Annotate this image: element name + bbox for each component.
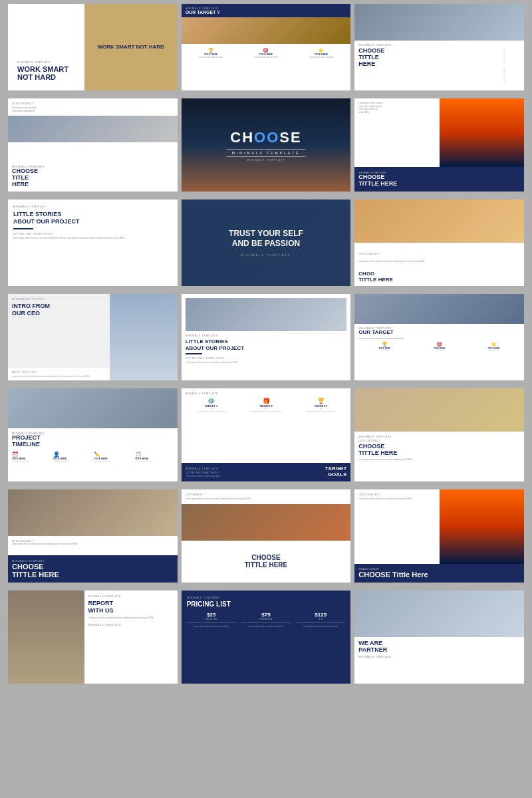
slide-work-smart: WORK SMART NOT HARD MINIMALS TEMPLATE WO… bbox=[8, 4, 178, 90]
slide-choose-big: CHOOSE MINIMALS TEMPLATE MINIMALS TEMPLA… bbox=[182, 98, 351, 192]
price1-amount: $25 bbox=[187, 612, 236, 618]
choose-woman-choose-label: LETS CHOOSE ? bbox=[358, 439, 520, 442]
slide-project-timeline: MINIMALS TEMPLATE PROJECTTIMELINE ⏰ TITL… bbox=[8, 388, 178, 481]
choose-middle-body: Lorem ipsum dolor sit amet consectetur a… bbox=[186, 497, 347, 501]
choose-lets-label: LETS CHOOSE ? bbox=[354, 243, 524, 260]
little-stories2-title: LITTLE STORIESABOUT OUR PROJECT bbox=[186, 338, 347, 351]
we-are-partner-content: WE AREPARTNER MINIMALS TEMPLATE bbox=[354, 637, 524, 684]
lets-choose-l2-image bbox=[8, 116, 178, 142]
our-target2-body: Lorem ipsum dolor sit amet consectetur a… bbox=[358, 337, 520, 340]
target-icon-1: 🏆 TITLE HERE Lorem ipsum dolor sit amet bbox=[186, 48, 237, 59]
choose-woman-label: MINIMALS TEMPLATE bbox=[358, 435, 520, 438]
project-timeline-content: MINIMALS TEMPLATE PROJECTTIMELINE ⏰ TITL… bbox=[8, 428, 178, 481]
work-smart-label: MINIMALS TEMPLATE bbox=[17, 61, 168, 64]
lets-choose-r1-content: MINIMALS TEMPLATE CHOOSETITTLEHERE MINIM… bbox=[354, 41, 524, 90]
choose-big-mini: MINIMALS TEMPLATE bbox=[227, 158, 306, 162]
report-label: MINIMALS TEMPLATE bbox=[88, 595, 174, 598]
choose-middle-image bbox=[182, 504, 351, 541]
lets-choose-l2-top: LETS CHOOSE ? Lorem ipsum dolor sit amet… bbox=[8, 98, 178, 116]
little-stories2-body: Lorem ipsum dolor sit amet consectetur a… bbox=[186, 361, 347, 364]
report-title: REPORTWITH US bbox=[88, 600, 174, 614]
lets-choose-l2-bottom: MINIMALS TEMPLATE CHOOSETITLEHERE bbox=[8, 162, 178, 192]
slide-choose-tittle-right: LETS CHOOSE ? Lorem ipsum dolor sit amet… bbox=[354, 489, 524, 583]
our-target2-icon1: 🏆 TITLE HERE Lorem ipsum bbox=[358, 342, 410, 352]
our-target-header: MINIMALS TEMPLATE OUR TARGET ? bbox=[182, 4, 351, 17]
pricing-label: MINIMALS TEMPLATE bbox=[187, 596, 346, 599]
our-target-content: 🏆 TITLE HERE Lorem ipsum dolor sit amet … bbox=[182, 44, 351, 90]
report-mini-label: MINIMALS TEMPLATE bbox=[88, 623, 174, 626]
slide-choose-lets: LETS CHOOSE ? Lorem ipsum dolor sit amet… bbox=[354, 200, 524, 286]
slide-pricing: MINIMALS TEMPLATE PRICING LIST $25 MEDIU… bbox=[182, 591, 351, 684]
choose-middle-bottom: CHOOSETITTLE HERE bbox=[182, 541, 351, 583]
little-stories2-divider bbox=[186, 353, 202, 354]
price2: $75 PREMIUM Lorem ipsum dolor sit amet c… bbox=[241, 612, 291, 678]
little-stories2-label: MINIMALS TEMPLATE bbox=[186, 334, 347, 337]
price3-divider bbox=[296, 622, 345, 623]
timeline-icon3: ✏️ TITLE HERE Lorem ipsum dolor sit bbox=[94, 452, 132, 463]
slide-our-target2: MINIMALS TEMPLATE OUR TARGET Lorem ipsum… bbox=[354, 294, 524, 380]
target-icon-3: ⭐ TITLE HERE Lorem ipsum dolor sit amet bbox=[295, 48, 346, 59]
slide-lets-choose-r1: MINIMALS TEMPLATE CHOOSETITTLEHERE MINIM… bbox=[354, 4, 524, 90]
choose-woman-title: CHOOSETITTLE HERE bbox=[358, 444, 520, 457]
little-stories2-image bbox=[186, 298, 347, 331]
lets-choose-r1-mini-label: MINIMALS TEMPLATE bbox=[358, 43, 520, 47]
work-smart-sign: WORK SMART NOT HARD bbox=[94, 41, 166, 53]
choose-sunset2-top: LETS CHOOSE ? Lorem ipsum dolor sit amet… bbox=[354, 489, 524, 564]
price3-text: Lorem ipsum dolor sit amet consectetur bbox=[296, 625, 345, 628]
little-stories-body: Lorem ipsum dolor sit amet Trust Your Se… bbox=[13, 237, 172, 240]
target-goals-targets: ⚙️ TARGET 1 1. Lorem ipsum dolor sit ame… bbox=[186, 398, 347, 413]
price3-name: 3.0 bbox=[296, 618, 345, 620]
choose-woman-content: MINIMALS TEMPLATE LETS CHOOSE ? CHOOSETI… bbox=[354, 432, 524, 481]
intro-ceo-person-image bbox=[110, 294, 178, 380]
lets-choose-l2-title: CHOOSETITLEHERE bbox=[12, 168, 174, 188]
lets-choose-l2-body: Lorem ipsum dolor sit ametconsectetur ad… bbox=[12, 106, 174, 112]
we-are-partner-image bbox=[354, 591, 524, 637]
little-stories-title: LITTLE STORIESABOUT OUR PROJECT bbox=[13, 211, 172, 225]
slide-lets-choose-l2: LETS CHOOSE ? Lorem ipsum dolor sit amet… bbox=[8, 98, 178, 192]
slide-target-goals: MINIMALS TEMPLATE ⚙️ TARGET 1 1. Lorem i… bbox=[182, 388, 351, 481]
hand-photo-bottom: MINIMALS TEMPLATE CHOOSETITTLE HERE bbox=[8, 555, 178, 583]
price3: $125 3.0 Lorem ipsum dolor sit amet cons… bbox=[296, 612, 345, 678]
choose-sunset-image bbox=[440, 98, 524, 167]
goals-tag: TARGETGOALS bbox=[325, 466, 346, 478]
price1-name: MEDIUM bbox=[187, 618, 236, 620]
our-target2-image bbox=[354, 294, 524, 324]
target2: 🎁 TARGET 2 2. Lorem ipsum dolor sit amet… bbox=[240, 398, 292, 413]
price2-divider bbox=[241, 622, 291, 623]
project-timeline-image bbox=[8, 388, 178, 428]
little-stories-divider bbox=[13, 228, 33, 229]
work-smart-title: WORK SMARTNOT HARD bbox=[17, 65, 168, 81]
price2-amount: $75 bbox=[241, 612, 291, 618]
little-stories2-subtitle: LET ME SAY SOMETHING ! bbox=[186, 356, 347, 360]
pricing-row: $25 MEDIUM Lorem ipsum dolor sit amet co… bbox=[187, 612, 346, 678]
target-goals-bottom: MINIMALS TEMPLATE LET ME SAY SOMETHING !… bbox=[182, 463, 351, 481]
hand-photo-image bbox=[8, 489, 178, 536]
choose-sunset2-image bbox=[440, 489, 524, 564]
lets-choose-r1-image bbox=[354, 4, 524, 41]
report-content: MINIMALS TEMPLATE REPORTWITH US Lorem ip… bbox=[84, 591, 178, 684]
report-image bbox=[8, 591, 84, 684]
choose-middle-title: CHOOSETITTLE HERE bbox=[245, 554, 287, 569]
hand-photo-content: LETS CHOOSE ? Lorem ipsum dolor sit amet… bbox=[8, 536, 178, 555]
slide-little-stories2: MINIMALS TEMPLATE LITTLE STORIESABOUT OU… bbox=[182, 294, 351, 380]
price1-divider bbox=[187, 622, 236, 623]
slide-choose-middle: LETS ANNEE ? Lorem ipsum dolor sit amet … bbox=[182, 489, 351, 583]
choose-lets-title: CHOOTITTLE HERE bbox=[358, 271, 520, 283]
target1: ⚙️ TARGET 1 1. Lorem ipsum dolor sit ame… bbox=[186, 398, 237, 413]
we-are-partner-mini: MINIMALS TEMPLATE bbox=[358, 655, 520, 658]
choose-sunset2-label: LETS CHOOSE ? bbox=[358, 493, 435, 496]
choose-sunset-title: CHOOSETITTLE HERE bbox=[358, 174, 520, 188]
lets-choose-l2-label: LETS CHOOSE ? bbox=[12, 102, 174, 105]
our-target2-icon2: 🎯 TITLE HERE Lorem ipsum bbox=[414, 342, 466, 352]
we-are-partner-title: WE AREPARTNER bbox=[358, 640, 520, 654]
price2-text: Lorem ipsum dolor sit amet consectetur bbox=[241, 625, 291, 628]
choose-middle-top: LETS ANNEE ? Lorem ipsum dolor sit amet … bbox=[182, 489, 351, 504]
price1-text: Lorem ipsum dolor sit amet consectetur bbox=[187, 625, 236, 628]
our-target-image bbox=[182, 17, 351, 44]
hand-photo-body: Lorem ipsum dolor sit amet consectetur a… bbox=[12, 543, 174, 546]
little-stories-subtitle: LET ME SAY SOMETHING ! bbox=[13, 232, 172, 235]
choose-middle-label: LETS ANNEE ? bbox=[186, 493, 347, 496]
slide-our-target: MINIMALS TEMPLATE OUR TARGET ? 🏆 TITLE H… bbox=[182, 4, 351, 90]
target3: 🏆 TARGET 3 3. Lorem ipsum dolor sit amet… bbox=[295, 398, 347, 413]
choose-sunset-body: Lorem ipsum dolor sit ametconsectetur ad… bbox=[358, 102, 435, 114]
